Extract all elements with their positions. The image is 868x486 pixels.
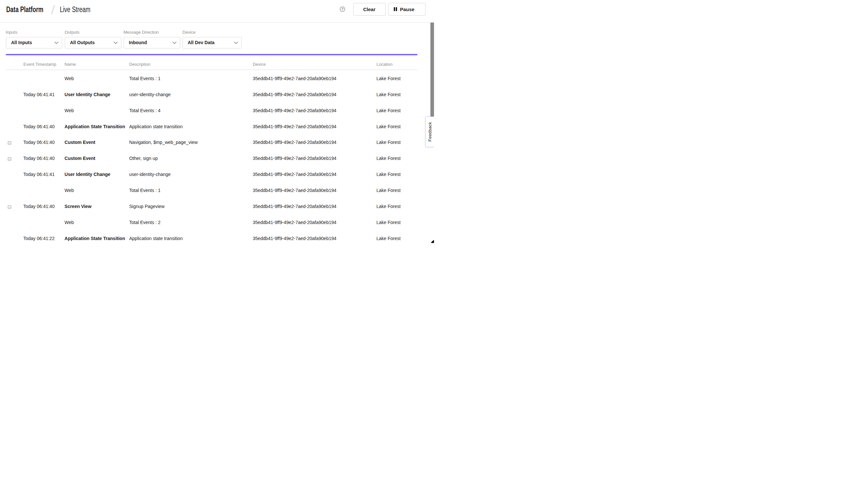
- svg-text:?: ?: [341, 7, 343, 11]
